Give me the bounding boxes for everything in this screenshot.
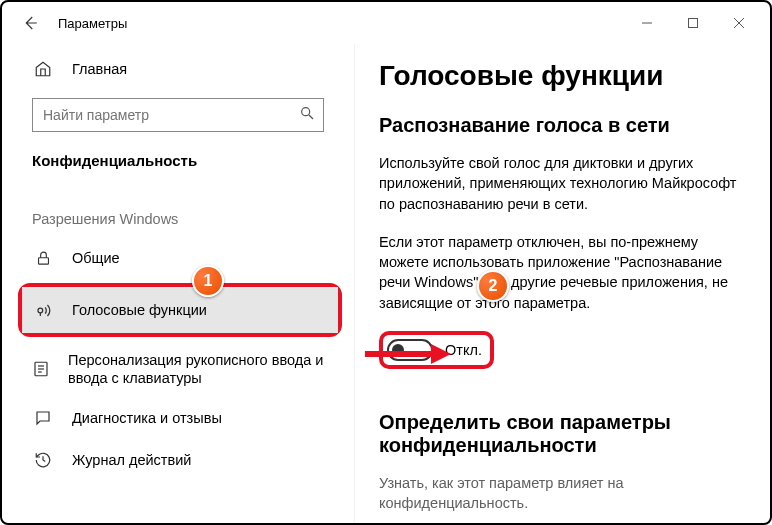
svg-rect-1 — [689, 19, 698, 28]
lock-icon — [32, 247, 54, 269]
svg-point-4 — [302, 108, 310, 116]
window-title: Параметры — [58, 16, 127, 31]
page-title: Голосовые функции — [379, 60, 742, 92]
sidebar-item-label: Персонализация рукописного ввода и ввода… — [68, 351, 354, 387]
group-title: Конфиденциальность — [2, 140, 354, 179]
badge-1: 1 — [192, 265, 224, 297]
description-1: Используйте свой голос для диктовки и др… — [379, 153, 742, 214]
maximize-button[interactable] — [670, 7, 716, 39]
content-panel: Голосовые функции Распознавание голоса в… — [355, 44, 770, 523]
inking-icon — [32, 358, 50, 380]
sidebar-item-label: Общие — [72, 250, 120, 266]
back-button[interactable] — [16, 9, 44, 37]
section-title-2: Определить свои параметры конфиденциальн… — [379, 411, 742, 457]
description-2: Если этот параметр отключен, вы по-прежн… — [379, 232, 742, 313]
svg-point-7 — [37, 308, 42, 313]
close-button[interactable] — [716, 7, 762, 39]
search-icon — [299, 105, 315, 125]
minimize-button[interactable] — [624, 7, 670, 39]
feedback-icon — [32, 407, 54, 429]
home-label: Главная — [72, 61, 127, 77]
window-controls — [624, 7, 762, 39]
sub-description: Узнать, как этот параметр влияет на конф… — [379, 473, 742, 514]
badge-2: 2 — [477, 270, 509, 302]
sidebar-item-diagnostics[interactable]: Диагностика и отзывы — [2, 397, 354, 439]
sidebar-item-speech[interactable]: Голосовые функции — [22, 287, 338, 333]
sidebar-item-activity[interactable]: Журнал действий — [2, 439, 354, 481]
sidebar-item-label: Голосовые функции — [72, 302, 207, 318]
titlebar: Параметры — [2, 2, 770, 44]
sidebar-item-inking[interactable]: Персонализация рукописного ввода и ввода… — [2, 341, 354, 397]
arrow-icon — [363, 342, 451, 370]
back-arrow-icon — [21, 14, 39, 32]
svg-marker-13 — [431, 344, 451, 364]
sidebar-item-label: Диагностика и отзывы — [72, 410, 222, 426]
search-input[interactable] — [33, 99, 323, 131]
section-label: Разрешения Windows — [2, 179, 354, 237]
home-icon — [32, 58, 54, 80]
svg-line-5 — [309, 115, 313, 119]
search-field[interactable] — [32, 98, 324, 132]
section-title: Распознавание голоса в сети — [379, 114, 742, 137]
speech-icon — [32, 299, 54, 321]
sidebar-item-general[interactable]: Общие — [2, 237, 354, 279]
sidebar-item-label: Журнал действий — [72, 452, 191, 468]
highlight-speech: Голосовые функции — [18, 283, 342, 337]
settings-window: Параметры Главная Конфиденциальность Раз… — [0, 0, 772, 525]
history-icon — [32, 449, 54, 471]
svg-rect-6 — [38, 257, 48, 263]
home-link[interactable]: Главная — [2, 48, 354, 90]
sidebar: Главная Конфиденциальность Разрешения Wi… — [2, 44, 355, 523]
